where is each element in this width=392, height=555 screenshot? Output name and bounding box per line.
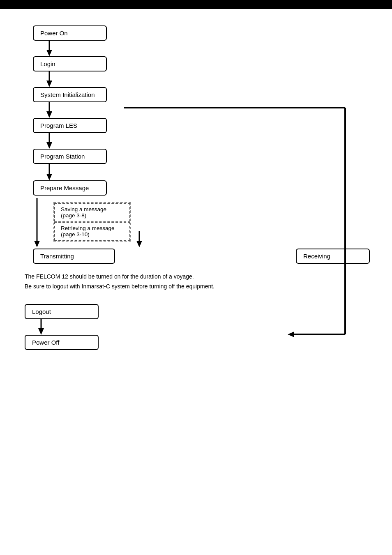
saving-message-label: Saving a message(page 3-8) [61,206,106,219]
receiving-label: Receiving [296,249,370,264]
saving-message-box: Saving a message(page 3-8) [54,203,130,222]
system-init-label: System Initialization [33,87,107,102]
arrow-programles-programstation [45,133,53,149]
prepare-message-label: Prepare Message [33,180,107,196]
bottom-flowchart: Logout Power Off [25,304,392,350]
description-line2: Be sure to logout with Inmarsat-C system… [25,282,392,292]
svg-marker-9 [46,174,52,180]
retrieving-message-box: Retrieving a message(page 3-10) [54,222,130,241]
description-block: The FELCOM 12 should be turned on for th… [25,272,392,292]
arrow-logout-poweroff [37,319,45,335]
retrieving-message-label: Retrieving a message(page 3-10) [61,225,115,237]
arrow-dashed-transmitting [135,231,143,247]
svg-marker-13 [136,241,142,247]
svg-marker-3 [46,81,52,87]
page: Power On Login System Initialization P [0,0,392,555]
svg-marker-1 [46,50,52,56]
svg-marker-7 [46,142,52,149]
top-bar [0,0,392,9]
program-station-label: Program Station [33,149,107,164]
svg-marker-5 [46,111,52,118]
arrow-prepare-transmitting [33,198,41,247]
transmitting-label: Transmitting [33,249,115,264]
svg-marker-19 [38,328,44,335]
description-line1: The FELCOM 12 should be turned on for th… [25,272,392,282]
program-les-label: Program LES [33,118,107,133]
arrow-programstation-preparemessage [45,164,53,180]
login-label: Login [33,56,107,71]
svg-marker-11 [34,241,40,247]
power-on-box: Power On Login System Initialization P [33,25,370,196]
arrow-sysinit-programles [45,102,53,118]
arrow-power-on-login [45,41,53,56]
logout-label: Logout [25,304,99,319]
power-on-label: Power On [33,25,107,41]
arrow-login-sysinit [45,71,53,87]
power-off-label: Power Off [25,335,99,350]
